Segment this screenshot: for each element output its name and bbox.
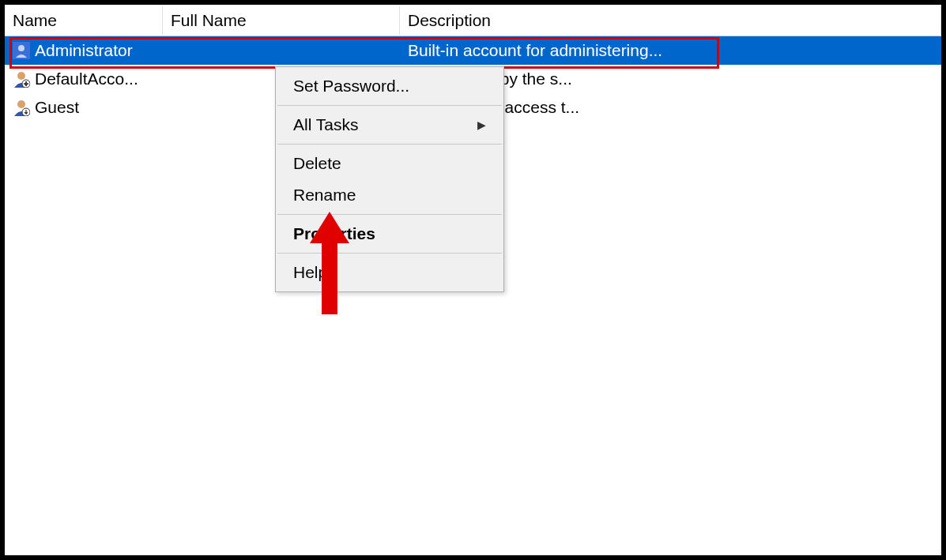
svg-point-2 xyxy=(17,72,25,80)
svg-point-4 xyxy=(17,100,25,108)
menu-separator xyxy=(277,105,502,106)
menu-item-label: Help xyxy=(293,263,327,282)
menu-separator xyxy=(277,253,502,254)
menu-item-delete[interactable]: Delete xyxy=(276,148,503,179)
cell-name: Guest xyxy=(5,95,163,120)
user-icon xyxy=(13,99,30,116)
svg-point-1 xyxy=(18,45,24,51)
menu-item-all-tasks[interactable]: All Tasks ▶ xyxy=(276,109,503,141)
chevron-right-icon: ▶ xyxy=(477,118,486,131)
menu-item-properties[interactable]: Properties xyxy=(276,218,503,250)
user-icon xyxy=(13,70,30,88)
user-icon xyxy=(13,42,30,59)
menu-item-rename[interactable]: Rename xyxy=(276,179,503,211)
column-header-description[interactable]: Description xyxy=(400,6,941,35)
menu-item-label: Properties xyxy=(293,224,375,243)
column-header-fullname[interactable]: Full Name xyxy=(163,6,400,35)
menu-item-set-password[interactable]: Set Password... xyxy=(276,70,503,102)
menu-item-label: All Tasks xyxy=(293,115,358,134)
menu-item-label: Rename xyxy=(293,186,356,205)
table-header-row: Name Full Name Description xyxy=(5,5,941,36)
context-menu: Set Password... All Tasks ▶ Delete Renam… xyxy=(275,66,504,292)
table-row[interactable]: Administrator Built-in account for admin… xyxy=(5,36,941,65)
menu-item-label: Set Password... xyxy=(293,77,409,96)
cell-name: DefaultAcco... xyxy=(5,66,163,92)
cell-name: Administrator xyxy=(5,38,163,63)
cell-description: Built-in account for administering... xyxy=(400,38,941,63)
menu-separator xyxy=(277,214,502,215)
cell-fullname xyxy=(163,47,400,54)
menu-item-label: Delete xyxy=(293,154,341,173)
user-name-label: Guest xyxy=(35,98,79,117)
user-name-label: Administrator xyxy=(35,41,133,60)
menu-separator xyxy=(277,144,502,145)
user-name-label: DefaultAcco... xyxy=(35,70,138,88)
column-header-name[interactable]: Name xyxy=(5,6,163,35)
menu-item-help[interactable]: Help xyxy=(276,257,503,288)
